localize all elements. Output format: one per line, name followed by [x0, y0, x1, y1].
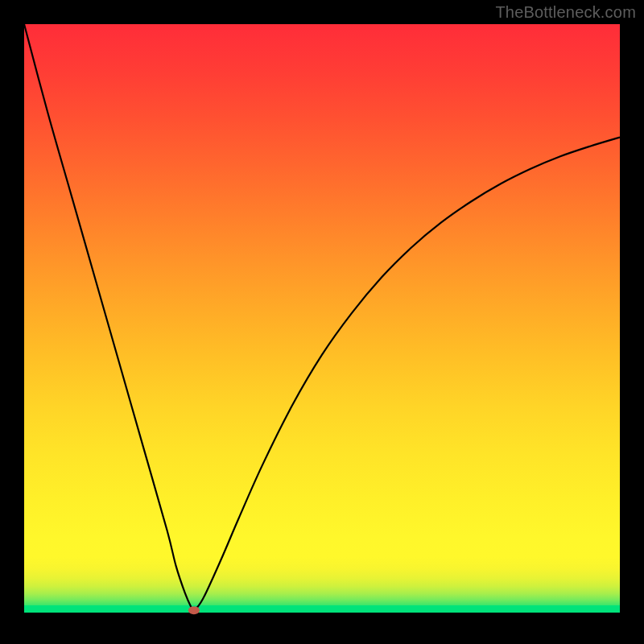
curve-line [24, 24, 620, 611]
bottleneck-curve [24, 24, 620, 620]
watermark-text: TheBottleneck.com [495, 3, 636, 22]
optimum-marker [188, 606, 200, 614]
chart-frame: TheBottleneck.com [0, 0, 644, 644]
plot-area [24, 24, 620, 620]
